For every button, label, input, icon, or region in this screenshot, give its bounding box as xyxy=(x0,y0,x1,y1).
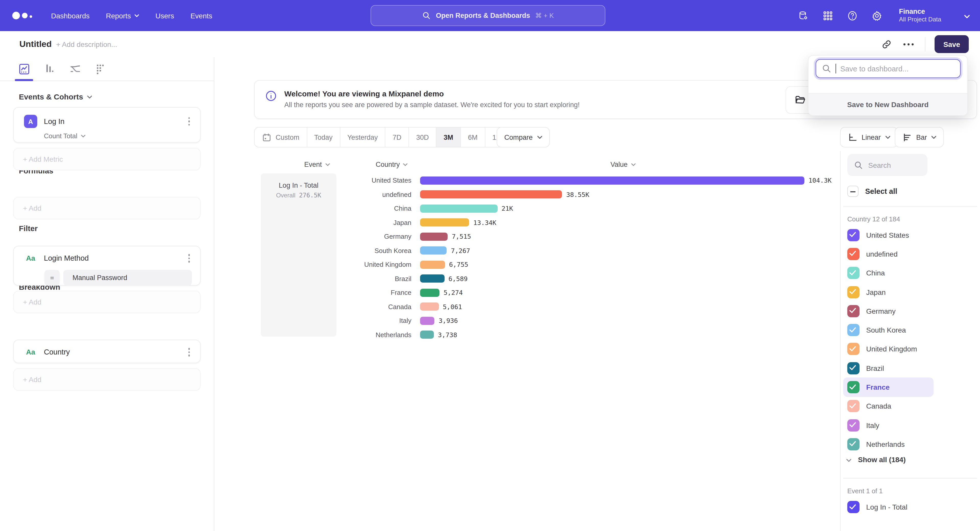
active-tab-underline xyxy=(15,79,33,81)
country-checkbox[interactable] xyxy=(847,267,859,279)
column-header-country[interactable]: Country xyxy=(375,161,408,168)
country-checkbox[interactable] xyxy=(847,248,859,260)
chart-bar[interactable] xyxy=(420,219,469,227)
breakdown-type-badge: Aa xyxy=(24,347,37,358)
country-checkbox[interactable] xyxy=(847,381,859,393)
range-7d[interactable]: 7D xyxy=(385,127,409,147)
more-options-icon[interactable] xyxy=(902,41,916,47)
country-filter-row-south-korea[interactable]: South Korea xyxy=(843,320,978,340)
legend-search-placeholder: Search xyxy=(868,161,891,169)
copy-link-icon[interactable] xyxy=(881,38,892,50)
range-yesterday[interactable]: Yesterday xyxy=(340,127,385,147)
chevron-down-icon xyxy=(403,162,408,167)
event-filter-row[interactable]: Log In - Total xyxy=(847,501,907,513)
country-checkbox[interactable] xyxy=(847,438,859,450)
country-filter-row-united-states[interactable]: United States xyxy=(843,225,978,244)
metric-aggregation[interactable]: Count Total xyxy=(44,132,200,147)
metric-card[interactable]: A Log In Count Total xyxy=(13,107,200,143)
country-filter-row-china[interactable]: China xyxy=(843,263,978,282)
breakdown-card[interactable]: Aa Country xyxy=(13,340,200,363)
search-icon xyxy=(854,160,863,170)
save-dashboard-search-input[interactable]: Save to dashboard... xyxy=(816,59,961,78)
range-today[interactable]: Today xyxy=(307,127,340,147)
column-header-event[interactable]: Event xyxy=(304,161,330,168)
tab-funnels-bar-icon[interactable] xyxy=(43,62,56,76)
add-metric-button[interactable]: + Add Metric xyxy=(13,148,200,170)
chart-value-label: 7,267 xyxy=(451,247,470,255)
country-checkbox[interactable] xyxy=(847,362,859,374)
save-to-new-dashboard-button[interactable]: Save to New Dashboard xyxy=(808,94,967,115)
country-checkbox[interactable] xyxy=(847,343,859,355)
report-header: Untitled + Add description... Save xyxy=(0,31,980,57)
range-3m[interactable]: 3M xyxy=(436,127,461,147)
country-filter-row-japan[interactable]: Japan xyxy=(843,282,978,302)
country-checkbox[interactable] xyxy=(847,400,859,412)
compare-button[interactable]: Compare xyxy=(496,127,549,147)
country-filter-row-italy[interactable]: Italy xyxy=(843,416,978,435)
chart-bar[interactable] xyxy=(420,317,434,325)
chart-bar[interactable] xyxy=(420,261,445,269)
select-all-checkbox[interactable] xyxy=(847,185,859,197)
country-checkbox[interactable] xyxy=(847,286,859,298)
project-switcher[interactable]: Finance All Project Data xyxy=(899,7,941,24)
breakdown-kebab-icon[interactable] xyxy=(186,346,192,358)
top-nav-right: Finance All Project Data xyxy=(798,0,980,31)
add-breakdown-button[interactable]: + Add xyxy=(13,368,200,391)
metric-kebab-icon[interactable] xyxy=(186,115,192,128)
global-search-button[interactable]: Open Reports & Dashboards ⌘ + K xyxy=(371,5,605,26)
show-all-button[interactable]: Show all (184) xyxy=(846,455,906,464)
legend-search-input[interactable]: Search xyxy=(847,154,928,176)
country-filter-row-united-kingdom[interactable]: United Kingdom xyxy=(843,340,978,359)
nav-users[interactable]: Users xyxy=(156,11,174,20)
range-30d[interactable]: 30D xyxy=(409,127,437,147)
chart-bar[interactable] xyxy=(420,331,434,339)
project-chevron-down-icon[interactable] xyxy=(964,13,969,18)
country-filter-row-undefined[interactable]: undefined xyxy=(843,244,978,264)
tab-flows-icon[interactable] xyxy=(68,62,82,76)
chart-bar[interactable] xyxy=(420,303,439,311)
country-filter-row-brazil[interactable]: Brazil xyxy=(843,358,978,378)
save-button[interactable]: Save xyxy=(935,35,969,53)
country-checkbox[interactable] xyxy=(847,229,859,241)
chart-row-netherlands: Netherlands3,738 xyxy=(0,328,840,342)
chart-type-button[interactable]: Bar xyxy=(895,127,944,147)
country-checkbox[interactable] xyxy=(847,419,859,431)
chart-bar[interactable] xyxy=(420,289,439,297)
country-checkbox[interactable] xyxy=(847,324,859,336)
help-icon[interactable] xyxy=(847,10,858,21)
country-filter-row-france[interactable]: France xyxy=(843,378,934,397)
country-filter-row-germany[interactable]: Germany xyxy=(843,301,978,320)
settings-gear-icon[interactable] xyxy=(872,10,883,21)
chart-bar[interactable] xyxy=(420,233,448,241)
data-management-icon[interactable] xyxy=(798,10,809,21)
country-filter-row-netherlands[interactable]: Netherlands xyxy=(843,435,978,454)
chart-bar[interactable] xyxy=(420,204,497,213)
range-custom[interactable]: Custom xyxy=(255,127,307,147)
metric-event-name: Log In xyxy=(44,117,180,125)
country-filter-row-canada[interactable]: Canada xyxy=(843,396,978,416)
country-checkbox[interactable] xyxy=(847,305,859,317)
select-all-row[interactable]: Select all xyxy=(847,185,897,197)
chart-bar[interactable] xyxy=(420,247,447,255)
nav-events[interactable]: Events xyxy=(190,11,212,20)
range-6m[interactable]: 6M xyxy=(461,127,485,147)
nav-reports[interactable]: Reports xyxy=(106,11,139,20)
line-scale-button[interactable]: Linear xyxy=(840,127,897,147)
chevron-down-icon xyxy=(134,13,139,18)
tab-insights-line-chart-icon[interactable] xyxy=(18,62,30,76)
range-label: 6M xyxy=(468,133,478,141)
nav-dashboards[interactable]: Dashboards xyxy=(51,11,89,20)
tab-retention-dots-icon[interactable] xyxy=(94,62,107,76)
event-checkbox[interactable] xyxy=(847,501,859,513)
report-description-placeholder[interactable]: + Add description... xyxy=(56,40,117,48)
chevron-down-icon xyxy=(87,94,92,99)
apps-grid-icon[interactable] xyxy=(822,10,834,21)
chart-bar[interactable] xyxy=(420,176,804,185)
events-section-header[interactable]: Events & Cohorts xyxy=(19,92,214,101)
column-header-value[interactable]: Value xyxy=(611,161,636,168)
chart-bar[interactable] xyxy=(420,275,444,283)
mixpanel-logo-icon[interactable] xyxy=(12,12,36,19)
chart-bar[interactable] xyxy=(420,190,562,199)
report-title[interactable]: Untitled xyxy=(19,39,52,49)
event-column-label: Event xyxy=(304,161,322,168)
